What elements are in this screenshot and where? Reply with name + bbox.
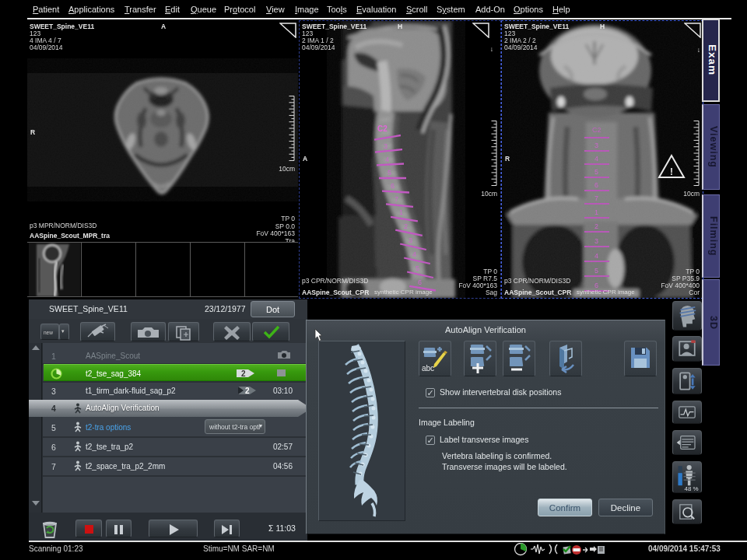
svg-text:C2: C2 bbox=[592, 126, 601, 134]
svg-text:2: 2 bbox=[245, 387, 250, 395]
svg-text:2: 2 bbox=[241, 369, 246, 378]
svg-text:abc: abc bbox=[422, 364, 434, 373]
svg-text:!: ! bbox=[670, 166, 673, 177]
svg-text:48 %: 48 % bbox=[684, 485, 698, 492]
